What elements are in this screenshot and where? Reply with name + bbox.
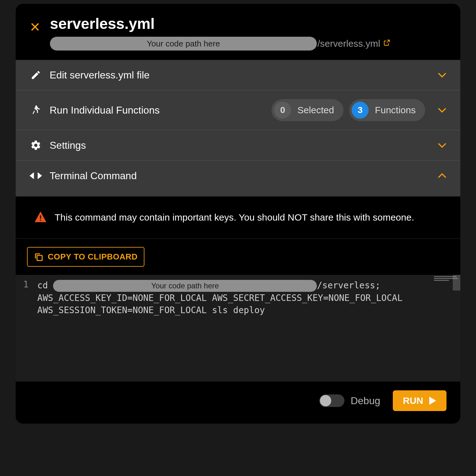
warning-bar: This command may contain important keys.… [16,196,460,239]
svg-rect-1 [40,215,41,219]
section-run-functions: Run Individual Functions 0 Selected 3 Fu… [16,90,460,130]
dialog-footer: Debug RUN [16,382,460,424]
debug-label: Debug [351,395,380,407]
code-line-2: AWS_ACCESS_KEY_ID=NONE_FOR_LOCAL AWS_SEC… [37,292,426,304]
run-person-icon [30,104,42,116]
page-title: serverless.yml [50,15,446,32]
section-terminal: Terminal Command [16,161,460,196]
code-line-1: cd Your code path here/serverless; [37,279,426,292]
code-line-3: AWS_SESSION_TOKEN=NONE_FOR_LOCAL sls dep… [37,304,426,316]
line-gutter: 1 [16,275,37,382]
section-edit-title: Edit serverless.yml file [50,69,430,81]
section-settings-header[interactable]: Settings [16,130,460,160]
dialog-card: ✕ serverless.yml Your code path here /se… [16,4,460,424]
minimap-scrollbar[interactable] [453,275,460,291]
path-tail: /serverless.yml [317,38,380,49]
warning-text: This command may contain important keys.… [55,212,414,223]
run-button-label: RUN [403,395,423,406]
external-link-icon[interactable] [383,39,390,48]
pill-group: 0 Selected 3 Functions [272,99,425,121]
play-icon [429,397,436,405]
section-run-functions-title: Run Individual Functions [50,104,264,116]
code-content: cd Your code path here/serverless; AWS_A… [37,275,433,382]
header-text-block: serverless.yml Your code path here /serv… [50,15,446,51]
selected-count-badge: 0 [274,102,291,119]
selected-pill[interactable]: 0 Selected [272,99,343,121]
editor-minimap[interactable] [433,275,460,382]
selected-label: Selected [297,105,334,115]
copy-bar: COPY TO CLIPBOARD [16,239,460,275]
chevron-down-icon [438,105,446,115]
code-icon [30,169,42,182]
gear-icon [30,139,42,152]
copy-button-label: COPY TO CLIPBOARD [48,252,138,262]
section-run-functions-header[interactable]: Run Individual Functions 0 Selected 3 Fu… [16,90,460,130]
toggle-knob [320,395,331,406]
path-row: Your code path here /serverless.yml [50,37,446,51]
pencil-icon [30,69,42,81]
section-terminal-header[interactable]: Terminal Command [16,161,460,196]
section-edit: Edit serverless.yml file [16,60,460,90]
svg-rect-3 [37,255,42,260]
debug-toggle[interactable] [319,394,344,407]
functions-pill[interactable]: 3 Functions [349,99,425,121]
functions-count-badge: 3 [352,102,369,119]
section-settings: Settings [16,130,460,161]
functions-label: Functions [375,105,416,115]
run-button[interactable]: RUN [393,390,446,411]
warning-icon [35,211,46,223]
debug-toggle-group: Debug [319,394,380,407]
svg-rect-2 [40,220,41,221]
close-icon[interactable]: ✕ [30,21,41,34]
copy-to-clipboard-button[interactable]: COPY TO CLIPBOARD [27,247,144,267]
chevron-down-icon [438,140,446,150]
dialog-header: ✕ serverless.yml Your code path here /se… [16,4,460,60]
code-path-mask-inline: Your code path here [53,280,317,292]
line-number: 1 [23,279,29,290]
chevron-down-icon [438,70,446,80]
section-settings-title: Settings [50,140,430,151]
section-terminal-title: Terminal Command [50,170,430,182]
code-path-mask: Your code path here [50,37,317,51]
chevron-up-icon [438,171,446,181]
code-editor[interactable]: 1 cd Your code path here/serverless; AWS… [16,275,460,382]
section-edit-header[interactable]: Edit serverless.yml file [16,60,460,90]
